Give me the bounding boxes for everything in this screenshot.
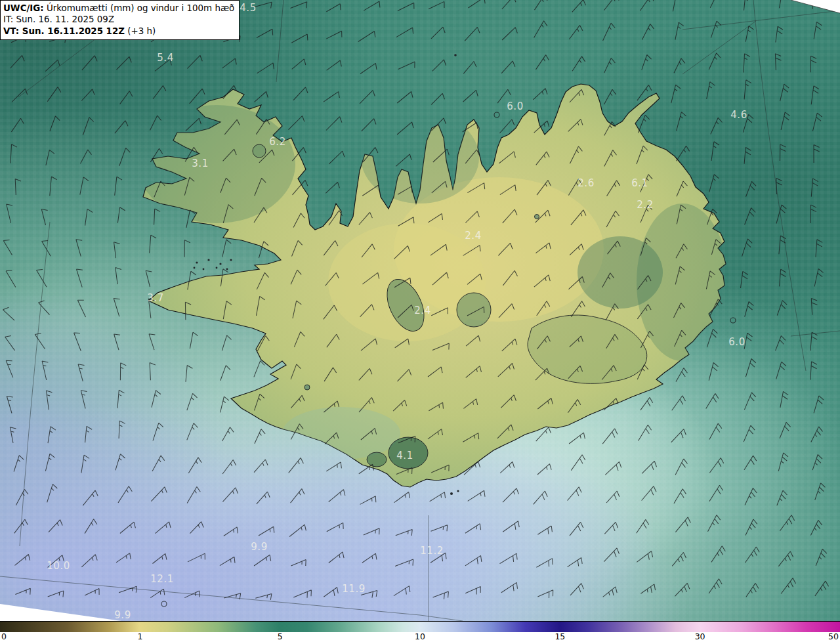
wind-barb — [358, 32, 375, 42]
wind-barb — [640, 0, 654, 11]
wind-barb — [572, 0, 586, 12]
wind-barb — [188, 553, 205, 562]
map-value-label: 2.2 — [637, 199, 653, 211]
wind-barb — [602, 429, 618, 444]
wind-barb — [220, 557, 235, 565]
wind-barb — [186, 118, 201, 131]
wind-barb — [186, 366, 192, 382]
wind-barb — [5, 335, 15, 351]
wind-barb — [15, 588, 30, 595]
wind-barb — [6, 270, 16, 288]
wind-barb — [433, 591, 449, 599]
wind-barb — [500, 553, 518, 564]
wind-barb — [746, 181, 757, 196]
wind-barb — [675, 583, 689, 596]
wind-barb — [780, 144, 786, 161]
wind-barb — [744, 80, 751, 100]
wind-barb — [150, 362, 156, 380]
wind-barb — [15, 179, 21, 196]
wind-barb — [431, 93, 444, 104]
wind-barb — [742, 239, 753, 257]
wind-barb — [42, 361, 48, 380]
wind-barb — [222, 335, 231, 351]
wind-barb — [48, 427, 56, 443]
wind-barb — [254, 361, 264, 377]
wind-barb — [432, 60, 446, 72]
wind-barb — [603, 587, 618, 597]
wind-barb — [465, 587, 480, 595]
wind-barb — [81, 391, 87, 409]
wind-barb — [815, 483, 826, 500]
wind-barb — [781, 112, 790, 130]
wind-barb — [811, 179, 818, 197]
wind-barb — [673, 0, 681, 11]
wind-barb — [710, 0, 723, 8]
wind-barb — [745, 302, 754, 317]
wind-barb — [778, 551, 793, 567]
wind-barb — [780, 515, 794, 531]
wind-barb — [6, 360, 13, 377]
wind-barb — [468, 490, 485, 501]
wind-barb — [153, 423, 163, 440]
wind-barb — [120, 363, 126, 380]
wind-barb — [812, 113, 822, 131]
weather-map: 4.55.46.04.66.23.12.66.12.22.43.72.46.04… — [0, 0, 840, 621]
wind-barb — [639, 425, 652, 440]
wind-barb — [816, 240, 822, 257]
wind-barb — [81, 455, 89, 473]
map-value-label: 3.7 — [147, 292, 163, 304]
wind-barb — [707, 82, 715, 99]
wind-barb — [709, 579, 722, 593]
wind-barb — [119, 421, 125, 439]
wind-barb — [37, 270, 47, 288]
wind-barb — [81, 555, 97, 567]
colorbar-tick: 50 — [828, 632, 839, 641]
wind-barb — [396, 530, 412, 536]
wind-barb — [76, 240, 82, 257]
wind-barb — [604, 58, 616, 74]
wind-barb — [257, 63, 274, 74]
wind-barb — [744, 0, 751, 11]
title-line: UWC/IG: Úrkomumætti (mm) og vindur i 100… — [3, 3, 234, 14]
wind-barb — [187, 487, 200, 503]
wind-barb — [671, 429, 686, 442]
wind-barb — [604, 0, 619, 11]
wind-barb — [254, 555, 271, 566]
wind-barb — [327, 523, 343, 531]
wind-barb — [220, 366, 230, 381]
wind-barb — [220, 396, 229, 412]
wind-barb — [431, 525, 448, 532]
wind-barb — [3, 240, 12, 255]
wind-barb — [500, 462, 514, 473]
wind-barb — [117, 56, 132, 70]
wind-barb — [502, 0, 516, 9]
wind-barb — [326, 31, 342, 39]
wind-barb — [114, 242, 120, 258]
wind-barb — [81, 89, 94, 101]
wind-barb — [394, 586, 410, 596]
wind-barb — [814, 269, 824, 287]
wind-barb — [536, 55, 549, 70]
wind-barb — [746, 359, 756, 377]
wind-barb — [188, 458, 201, 473]
wind-barb — [533, 89, 547, 100]
wind-barb — [224, 527, 238, 536]
wind-barb — [289, 524, 306, 536]
wind-barb — [364, 1, 380, 11]
wind-barb — [46, 150, 54, 165]
wind-barb — [291, 560, 306, 567]
wind-barb — [81, 150, 92, 163]
wind-barb — [675, 459, 687, 475]
map-value-label: 2.4 — [414, 305, 430, 316]
wind-barb — [775, 54, 781, 70]
wind-barb — [222, 427, 234, 441]
wind-barb — [362, 553, 377, 563]
wind-barb — [780, 84, 789, 101]
map-value-label: 2.6 — [578, 177, 594, 189]
calm-station-circle — [494, 112, 499, 118]
wind-barb — [45, 60, 60, 72]
calm-station-circle — [161, 601, 167, 607]
wind-barb — [711, 546, 725, 563]
map-value-label: 6.0 — [507, 100, 523, 112]
wind-barb — [534, 491, 548, 504]
